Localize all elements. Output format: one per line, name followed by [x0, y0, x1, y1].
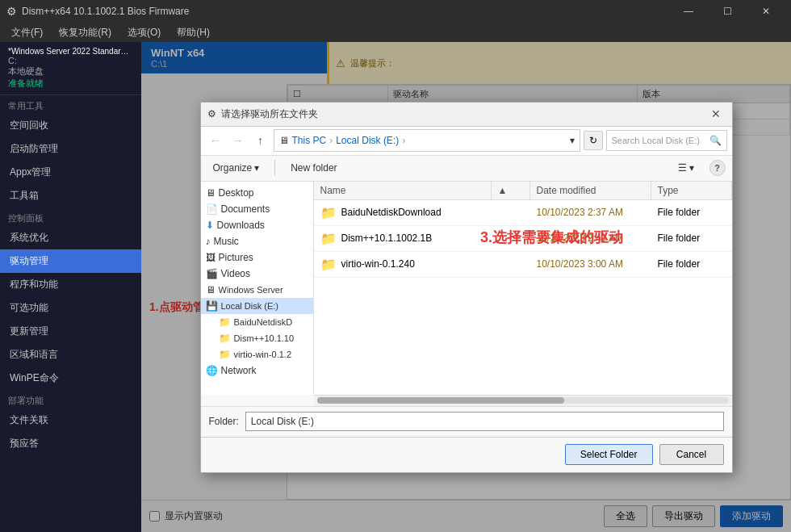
- nav-back-button[interactable]: ←: [206, 131, 225, 150]
- folder-label: Folder:: [209, 416, 239, 427]
- file-date-1: 10/10/2023 2:40 AM: [530, 231, 651, 245]
- select-folder-button[interactable]: Select Folder: [565, 444, 653, 465]
- dialog-titlebar: ⚙ 请选择驱动所在文件夹 ✕: [201, 103, 732, 127]
- nav-panel: 🖥 Desktop 📄 Documents: [201, 182, 314, 395]
- desktop-icon: 🖥: [206, 187, 216, 199]
- new-folder-button[interactable]: New folder: [285, 159, 342, 177]
- virtio-label: virtio-win-0.1.2: [234, 350, 292, 359]
- nav-dismpp[interactable]: 📁 Dism++10.1.10: [214, 330, 313, 346]
- menu-options[interactable]: 选项(O): [121, 24, 167, 41]
- file-type-1: File folder: [651, 231, 732, 245]
- sidebar-section-deploy: 部署功能: [0, 390, 141, 408]
- maximize-button[interactable]: ☐: [709, 0, 746, 23]
- horizontal-scrollbar[interactable]: [314, 395, 732, 406]
- nav-windows-server[interactable]: 🖥 Windows Server: [201, 282, 313, 298]
- nav-desktop[interactable]: 🖥 Desktop: [201, 185, 313, 201]
- menu-help[interactable]: 帮助(H): [170, 24, 216, 41]
- file-spacer-0: [492, 211, 530, 214]
- sidebar-item-fileassoc[interactable]: 文件关联: [0, 408, 141, 432]
- localdisk-label: Local Disk (E:): [221, 301, 279, 311]
- breadcrumb-bar: 🖥 This PC › Local Disk (E:) › ▾: [274, 129, 580, 152]
- menu-file[interactable]: 文件(F): [5, 24, 49, 41]
- pictures-icon: 🖼: [206, 252, 216, 263]
- content-area: WinNT x64 C:\1 1.点驱动管理 2.添加驱动 ⚠ 温馨提示： ☐ …: [141, 42, 791, 532]
- videos-label: Videos: [221, 268, 250, 279]
- nav-documents[interactable]: 📄 Documents: [201, 201, 313, 217]
- breadcrumb-pc-icon: 🖥: [279, 135, 289, 146]
- file-spacer-2: [492, 262, 530, 266]
- music-label: Music: [214, 236, 239, 247]
- sidebar-item-sysopt[interactable]: 系统优化: [0, 226, 141, 249]
- baidu-icon: 📁: [219, 316, 231, 328]
- help-button[interactable]: ?: [709, 160, 726, 176]
- col-date-header[interactable]: Date modified: [530, 182, 651, 199]
- sidebar-item-updates[interactable]: 更新管理: [0, 320, 141, 343]
- window-controls: — ☐ ✕: [670, 0, 785, 23]
- nav-up-button[interactable]: ↑: [251, 131, 270, 150]
- col-type-header[interactable]: Type: [651, 182, 732, 199]
- sidebar-item-answer[interactable]: 预应答: [0, 432, 141, 455]
- breadcrumb-localdisk[interactable]: Local Disk (E:): [336, 135, 399, 146]
- nav-downloads[interactable]: ⬇ Downloads: [201, 217, 313, 233]
- winsrv-label: Windows Server: [219, 285, 283, 295]
- dialog-buttons: Select Folder Cancel: [201, 437, 732, 472]
- menu-recover[interactable]: 恢复功能(R): [52, 24, 118, 41]
- sidebar-item-programs[interactable]: 程序和功能: [0, 273, 141, 296]
- view-icon: ☰: [678, 162, 687, 174]
- organize-button[interactable]: Organize ▾: [207, 159, 266, 177]
- nav-forward-button[interactable]: →: [228, 131, 248, 150]
- session-name: *Windows Server 2022 Standard Evaluatio.…: [8, 47, 133, 56]
- file-row-2[interactable]: 📁 virtio-win-0.1.240 10/10/2023 3:00 AM …: [314, 252, 732, 278]
- dialog-gear-icon: ⚙: [207, 108, 216, 119]
- dialog-close-button[interactable]: ✕: [706, 104, 726, 124]
- title-bar: ⚙ Dism++x64 10.1.1002.1 Bios Firmware — …: [0, 0, 791, 23]
- sidebar-section-panel: 控制面板: [0, 207, 141, 226]
- nav-videos[interactable]: 🎬 Videos: [201, 266, 313, 282]
- search-icon[interactable]: 🔍: [709, 135, 722, 146]
- breadcrumb-arrow[interactable]: ▾: [570, 135, 575, 146]
- view-button[interactable]: ☰ ▾: [672, 159, 700, 177]
- dismpp-label: Dism++10.1.10: [234, 333, 295, 343]
- nav-music[interactable]: ♪ Music: [201, 233, 313, 249]
- search-placeholder: Search Local Disk (E:): [612, 136, 700, 145]
- network-icon: 🌐: [206, 365, 218, 376]
- file-toolbar: Organize ▾ New folder ☰ ▾ ?: [201, 156, 732, 182]
- file-row-1[interactable]: 📁 Dism++10.1.1002.1B 10/10/2023 2:40 AM …: [314, 226, 732, 252]
- cancel-button[interactable]: Cancel: [659, 444, 724, 465]
- toolbar-separator: [274, 160, 275, 176]
- session-drive: C:: [8, 56, 133, 65]
- nav-network[interactable]: 🌐 Network: [201, 362, 313, 379]
- dialog-body: 🖥 Desktop 📄 Documents: [201, 182, 732, 395]
- nav-pictures[interactable]: 🖼 Pictures: [201, 249, 313, 266]
- file-date-2: 10/10/2023 3:00 AM: [530, 257, 651, 271]
- sidebar-item-space[interactable]: 空间回收: [0, 114, 141, 137]
- virtio-icon: 📁: [219, 349, 231, 360]
- col-name-header[interactable]: Name: [314, 182, 492, 199]
- file-type-2: File folder: [651, 257, 732, 271]
- sidebar-item-driver[interactable]: 驱动管理: [0, 249, 141, 273]
- nav-virtio[interactable]: 📁 virtio-win-0.1.2: [214, 346, 313, 362]
- app-body: *Windows Server 2022 Standard Evaluatio.…: [0, 42, 791, 532]
- scrollbar-thumb: [317, 397, 564, 404]
- app-title: Dism++x64 10.1.1002.1 Bios Firmware: [22, 6, 189, 17]
- nav-local-disk[interactable]: 💾 Local Disk (E:) 📁 BaiduNetdiskD 📁: [201, 298, 313, 362]
- sidebar-item-boot[interactable]: 启动防管理: [0, 137, 141, 161]
- sidebar-item-optional[interactable]: 可选功能: [0, 296, 141, 320]
- localdisk-icon: 💾: [206, 300, 218, 312]
- menu-bar: 文件(F) 恢复功能(R) 选项(O) 帮助(H): [0, 23, 791, 42]
- new-folder-label: New folder: [291, 162, 337, 174]
- col-sort-header[interactable]: ▲: [492, 182, 530, 199]
- refresh-button[interactable]: ↻: [584, 131, 603, 150]
- file-row-0[interactable]: 📁 BaiduNetdiskDownload 10/10/2023 2:37 A…: [314, 200, 732, 226]
- minimize-button[interactable]: —: [670, 0, 707, 23]
- file-list: Name ▲ Date modified Type 📁 BaiduNetdisk…: [314, 182, 732, 395]
- sidebar-item-region[interactable]: 区域和语言: [0, 343, 141, 367]
- nav-baidu[interactable]: 📁 BaiduNetdiskD: [214, 314, 313, 330]
- sidebar-item-tools[interactable]: 工具箱: [0, 184, 141, 207]
- sidebar-item-winpe[interactable]: WinPE命令: [0, 367, 141, 390]
- close-button[interactable]: ✕: [747, 0, 785, 23]
- breadcrumb-thispc[interactable]: This PC: [292, 135, 327, 146]
- folder-row: Folder:: [201, 406, 732, 437]
- sidebar-item-appx[interactable]: Appx管理: [0, 161, 141, 184]
- folder-input[interactable]: [245, 412, 724, 431]
